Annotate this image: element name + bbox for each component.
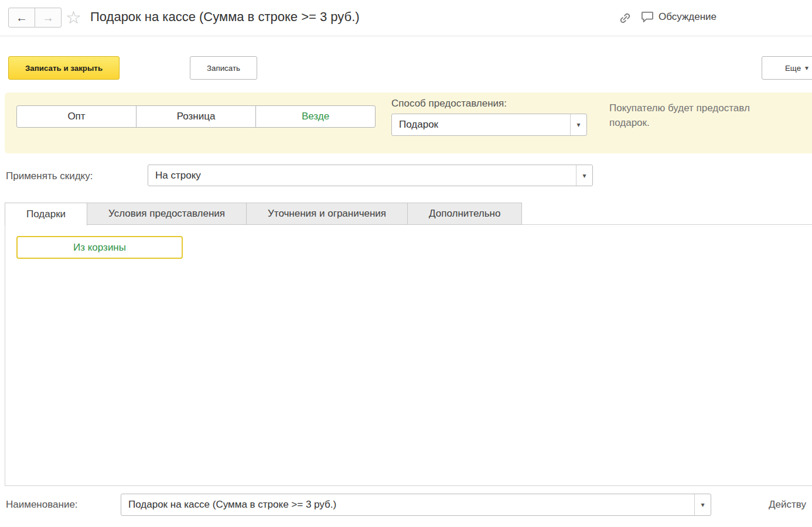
back-button[interactable]: ← (8, 8, 35, 28)
segment-wholesale[interactable]: Опт (16, 105, 137, 128)
favorite-star-icon[interactable]: ☆ (66, 7, 81, 28)
page-title: Подарок на кассе (Сумма в строке >= 3 ру… (90, 9, 360, 25)
name-combobox[interactable]: Подарок на кассе (Сумма в строке >= 3 ру… (121, 494, 711, 516)
segment-retail[interactable]: Розница (136, 105, 256, 128)
provision-method-label: Способ предоставления: (391, 98, 507, 109)
hint-line-2: подарок. (609, 115, 750, 130)
discussion-button[interactable]: Обсуждение (641, 11, 717, 23)
dropdown-arrow-icon[interactable]: ▾ (570, 114, 586, 135)
apply-discount-value: На строку (148, 170, 576, 182)
tab-gifts[interactable]: Подарки (5, 203, 87, 225)
tab-bar: Подарки Условия предоставления Уточнения… (5, 203, 521, 225)
back-arrow-icon: ← (16, 11, 28, 25)
discussion-label: Обсуждение (659, 11, 717, 23)
action-label: Действу (769, 499, 806, 511)
get-link-icon[interactable] (619, 12, 632, 25)
save-button[interactable]: Записать (190, 56, 257, 80)
trade-zone-segmented-control: Опт Розница Везде (16, 105, 376, 128)
apply-discount-combobox[interactable]: На строку ▾ (148, 165, 593, 186)
apply-discount-label: Применять скидку: (6, 170, 93, 182)
more-actions-button[interactable]: Еще ▾ (762, 56, 812, 80)
provision-method-value: Подарок (392, 119, 570, 131)
gift-source-from-cart-button[interactable]: Из корзины (16, 236, 183, 259)
segment-everywhere[interactable]: Везде (255, 105, 376, 128)
name-value: Подарок на кассе (Сумма в строке >= 3 ру… (121, 499, 694, 511)
hint-line-1: Покупателю будет предоставл (609, 101, 750, 115)
more-actions-label: Еще (785, 64, 801, 73)
name-field-label: Наименование: (6, 499, 78, 511)
provision-method-combobox[interactable]: Подарок ▾ (391, 114, 587, 136)
tab-additional[interactable]: Дополнительно (407, 203, 522, 225)
tab-provision-conditions[interactable]: Условия предоставления (87, 203, 247, 225)
dropdown-arrow-icon[interactable]: ▾ (694, 494, 711, 515)
save-and-close-button[interactable]: Записать и закрыть (8, 56, 120, 80)
tab-clarifications-restrictions[interactable]: Уточнения и ограничения (246, 203, 408, 225)
gifts-tab-panel (5, 224, 812, 486)
forward-button[interactable]: → (35, 8, 62, 28)
dropdown-arrow-icon[interactable]: ▾ (576, 165, 592, 186)
provision-hint-text: Покупателю будет предоставл подарок. (609, 101, 750, 130)
window-header: ← → ☆ Подарок на кассе (Сумма в строке >… (0, 0, 812, 36)
chevron-down-icon: ▾ (805, 64, 808, 72)
forward-arrow-icon: → (42, 11, 54, 25)
discussion-icon (641, 11, 654, 23)
